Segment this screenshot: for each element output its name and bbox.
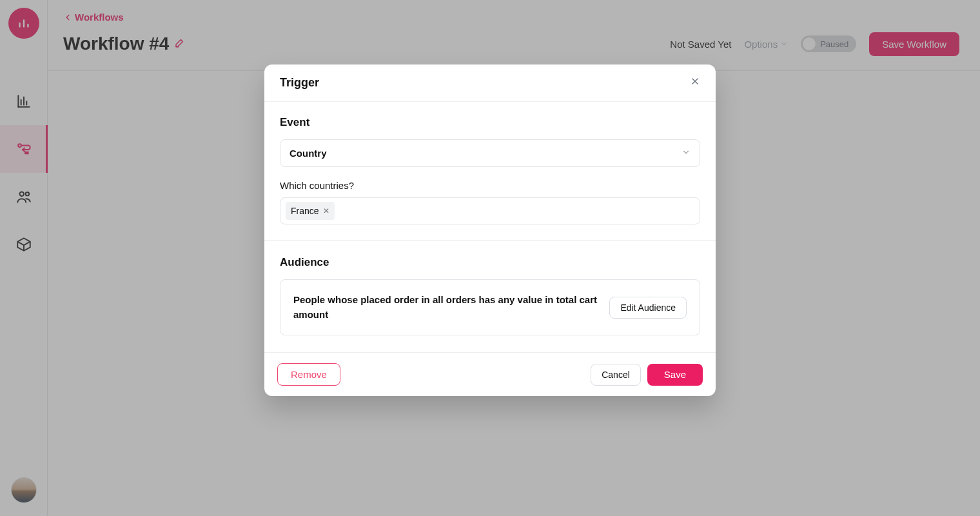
- modal-overlay[interactable]: Trigger Event Country Which countries? F…: [0, 0, 980, 516]
- country-tag-label: France: [291, 206, 319, 216]
- modal-header: Trigger: [264, 64, 716, 102]
- trigger-modal: Trigger Event Country Which countries? F…: [264, 64, 716, 396]
- close-icon: [690, 76, 700, 86]
- country-tag: France ✕: [286, 202, 335, 220]
- edit-audience-button[interactable]: Edit Audience: [609, 297, 687, 319]
- audience-box: People whose placed order in all orders …: [280, 279, 700, 335]
- modal-body: Event Country Which countries? France ✕ …: [264, 102, 716, 352]
- event-select-value: Country: [289, 148, 327, 159]
- cancel-button[interactable]: Cancel: [591, 364, 641, 386]
- modal-footer: Remove Cancel Save: [264, 352, 716, 396]
- countries-label: Which countries?: [280, 180, 700, 191]
- event-section-label: Event: [280, 116, 700, 129]
- save-button[interactable]: Save: [647, 364, 703, 386]
- remove-tag-button[interactable]: ✕: [323, 206, 329, 215]
- remove-button[interactable]: Remove: [277, 363, 340, 386]
- countries-input[interactable]: France ✕: [280, 197, 700, 224]
- modal-title: Trigger: [280, 76, 319, 90]
- section-divider: [264, 240, 716, 241]
- audience-section-label: Audience: [280, 256, 700, 269]
- chevron-down-icon: [681, 148, 691, 159]
- audience-description: People whose placed order in all orders …: [293, 293, 599, 322]
- modal-close-button[interactable]: [690, 76, 700, 90]
- event-select[interactable]: Country: [280, 139, 700, 167]
